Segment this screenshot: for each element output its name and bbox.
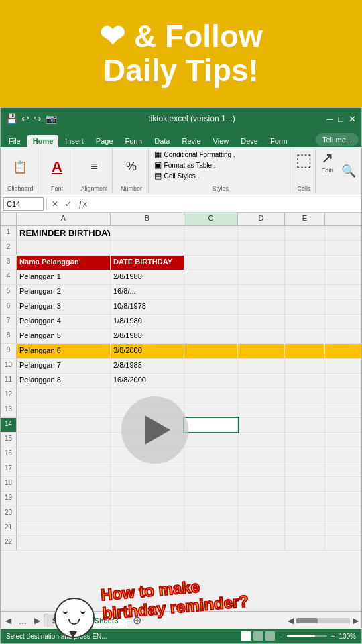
minus-zoom-button[interactable]: – <box>279 633 283 640</box>
cell-d2[interactable] <box>238 241 285 255</box>
cell-b6[interactable]: 10/8/1978 <box>111 300 184 314</box>
page-layout-view-icon[interactable] <box>265 631 275 641</box>
cell-b8[interactable]: 2/8/1988 <box>111 329 184 343</box>
cell-e3[interactable] <box>285 256 325 270</box>
tab-file[interactable]: File <box>3 135 26 147</box>
cell-e21[interactable] <box>285 521 325 535</box>
camera-icon[interactable]: 📷 <box>46 113 57 124</box>
clipboard-icon[interactable]: 📋 <box>13 160 27 174</box>
cell-a15[interactable] <box>17 433 111 447</box>
cell-a1[interactable]: REMINDER BIRTHDAY <box>17 226 111 240</box>
cell-c18[interactable] <box>184 477 238 491</box>
cell-c20[interactable] <box>184 506 238 521</box>
cancel-formula-button[interactable]: ✕ <box>50 199 60 209</box>
tab-review[interactable]: Revie <box>176 135 206 147</box>
cell-c19[interactable] <box>184 492 238 506</box>
cell-b17[interactable] <box>111 462 184 476</box>
cell-e7[interactable] <box>285 315 325 329</box>
cell-c22[interactable] <box>184 536 238 550</box>
cell-e10[interactable] <box>285 359 325 373</box>
font-icon[interactable]: A <box>52 158 62 176</box>
cell-a22[interactable] <box>17 536 111 550</box>
cell-styles-button[interactable]: ▤ Cell Styles . <box>154 171 287 180</box>
cell-e12[interactable] <box>285 388 325 402</box>
ribbon-search[interactable]: Tell me... <box>316 133 359 146</box>
undo-icon[interactable]: ↩ <box>21 113 29 124</box>
tab-page[interactable]: Page <box>90 135 119 147</box>
cell-a12[interactable] <box>17 388 111 402</box>
cell-a13[interactable] <box>17 403 111 417</box>
cell-c8[interactable] <box>184 329 238 343</box>
cell-a6[interactable]: Pelanggan 3 <box>17 300 111 314</box>
search-icon[interactable]: 🔍 <box>341 164 356 178</box>
cell-e11[interactable] <box>285 374 325 388</box>
cell-b21[interactable] <box>111 521 184 535</box>
col-header-b[interactable]: B <box>111 213 184 225</box>
col-header-d[interactable]: D <box>238 213 285 225</box>
cell-e14[interactable] <box>285 418 325 432</box>
scroll-right-button[interactable]: ▶ <box>32 616 42 625</box>
cell-d9[interactable] <box>238 344 285 358</box>
cell-e9[interactable] <box>285 344 325 358</box>
cell-a21[interactable] <box>17 521 111 535</box>
cell-b5[interactable]: 16/8/... <box>111 285 184 299</box>
cell-b2[interactable] <box>111 241 184 255</box>
cell-a18[interactable] <box>17 477 111 491</box>
number-icon[interactable]: % <box>126 160 137 174</box>
cell-e19[interactable] <box>285 492 325 506</box>
cell-e16[interactable] <box>285 447 325 462</box>
cell-a19[interactable] <box>17 492 111 506</box>
cell-b19[interactable] <box>111 492 184 506</box>
cell-e1[interactable] <box>285 226 325 240</box>
cell-b22[interactable] <box>111 536 184 550</box>
cell-c16[interactable] <box>184 447 238 462</box>
cell-e5[interactable] <box>285 285 325 299</box>
tab-form2[interactable]: Form <box>265 135 293 147</box>
col-header-c[interactable]: C <box>184 213 238 225</box>
cell-a2[interactable] <box>17 241 111 255</box>
cell-b3[interactable]: DATE BIRTHDAY <box>111 256 184 270</box>
format-as-table-button[interactable]: ▣ Format as Table . <box>154 160 287 170</box>
cell-d20[interactable] <box>238 506 285 521</box>
cell-c4[interactable] <box>184 270 238 284</box>
cell-c13[interactable] <box>184 403 238 417</box>
cell-a3[interactable]: Nama Pelanggan <box>17 256 111 270</box>
cell-c9[interactable] <box>184 344 238 358</box>
normal-view-icon[interactable] <box>241 631 251 641</box>
confirm-formula-button[interactable]: ✓ <box>63 199 74 209</box>
cell-c5[interactable] <box>184 285 238 299</box>
cell-a9[interactable]: Pelanggan 6 <box>17 344 111 358</box>
cell-e6[interactable] <box>285 300 325 314</box>
cell-a7[interactable]: Pelanggan 4 <box>17 315 111 329</box>
cell-d12[interactable] <box>238 388 285 402</box>
cell-a17[interactable] <box>17 462 111 476</box>
cell-e8[interactable] <box>285 329 325 343</box>
cell-d8[interactable] <box>238 329 285 343</box>
cell-b1[interactable] <box>111 226 184 240</box>
cell-c15[interactable] <box>184 433 238 447</box>
cell-d1[interactable] <box>238 226 285 240</box>
cell-d13[interactable] <box>238 403 285 417</box>
cell-e20[interactable] <box>285 506 325 521</box>
cell-c7[interactable] <box>184 315 238 329</box>
cell-e22[interactable] <box>285 536 325 550</box>
save-icon[interactable]: 💾 <box>6 113 17 124</box>
cell-a8[interactable]: Pelanggan 5 <box>17 329 111 343</box>
cell-e15[interactable] <box>285 433 325 447</box>
cell-reference-input[interactable]: C14 <box>3 197 44 211</box>
sheet-scroll-r-btn[interactable]: ▶ <box>353 616 359 625</box>
cell-d4[interactable] <box>238 270 285 284</box>
col-header-a[interactable]: A <box>17 213 111 225</box>
tab-home[interactable]: Home <box>27 135 59 147</box>
formula-input[interactable] <box>92 197 359 211</box>
cell-c6[interactable] <box>184 300 238 314</box>
tab-dev[interactable]: Deve <box>235 135 263 147</box>
cell-d17[interactable] <box>238 462 285 476</box>
cell-d22[interactable] <box>238 536 285 550</box>
cell-e4[interactable] <box>285 270 325 284</box>
cell-e13[interactable] <box>285 403 325 417</box>
maximize-button[interactable]: □ <box>338 114 343 124</box>
zoom-slider[interactable] <box>287 635 327 637</box>
tab-data[interactable]: Data <box>149 135 175 147</box>
cell-d14[interactable] <box>238 418 285 432</box>
